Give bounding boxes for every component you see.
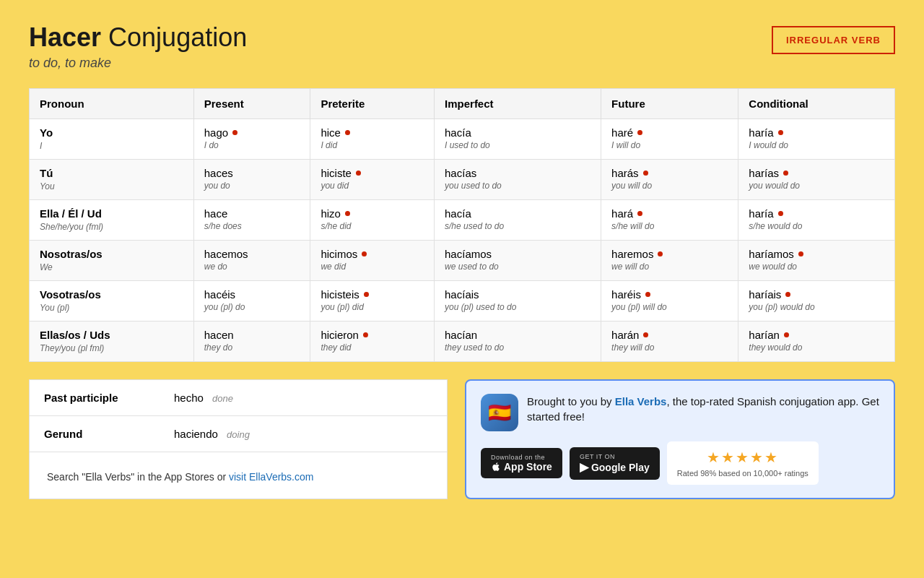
star-rating: ★★★★★ <box>707 449 779 466</box>
promo-box: 🇪🇸 Brought to you by Ella Verbs, the top… <box>465 379 895 499</box>
gerund-value-text: haciendo <box>174 428 218 440</box>
search-text-area: Search "Ella Verbs" in the App Stores or… <box>30 452 447 491</box>
rating-box: ★★★★★ Rated 98% based on 10,000+ ratings <box>667 441 819 485</box>
cell-future: harásyou will do <box>601 160 738 200</box>
irregular-dot <box>637 130 642 135</box>
cell-present: hagoI do <box>193 119 310 160</box>
irregular-dot <box>798 251 803 256</box>
cell-future: haremoswe will do <box>601 241 738 281</box>
irregular-dot <box>778 211 783 216</box>
search-text: Search "Ella Verbs" in the App Stores or… <box>44 471 432 483</box>
table-row: YoIhagoI dohiceI didhacíaI used to dohar… <box>30 119 895 160</box>
gerund-row: Gerund haciendo doing <box>30 416 447 452</box>
cell-imperfect: hacíamoswe used to do <box>435 241 601 281</box>
cell-imperfect: hacíaisyou (pl) used to do <box>435 281 601 322</box>
app-emoji-icon: 🇪🇸 <box>488 402 511 424</box>
irregular-dot <box>356 171 361 176</box>
page-header: Hacer Conjugation to do, to make IRREGUL… <box>29 22 895 71</box>
past-participle-row: Past participle hecho done <box>30 380 447 416</box>
cell-pronoun: YoI <box>30 119 194 160</box>
irregular-dot <box>643 171 648 176</box>
cell-future: haréisyou (pl) will do <box>601 281 738 322</box>
cell-imperfect: hacíanthey used to do <box>435 322 601 362</box>
table-row: Ellas/os / UdsThey/you (pl fml)hacenthey… <box>30 322 895 362</box>
store-buttons: Download on the App Store GET IT ON ▶Goo… <box>481 441 879 485</box>
col-future: Future <box>601 89 738 119</box>
irregular-dot <box>658 251 663 256</box>
irregular-dot <box>784 332 789 337</box>
cell-conditional: haríasyou would do <box>738 160 895 200</box>
play-icon: ▶ <box>580 461 588 473</box>
cell-pronoun: Ella / Él / UdShe/he/you (fml) <box>30 200 194 241</box>
table-row: Vosotras/osYou (pl)hacéisyou (pl) dohici… <box>30 281 895 322</box>
rating-text: Rated 98% based on 10,000+ ratings <box>677 469 808 478</box>
table-row: Nosotras/osWehacemoswe dohicimoswe didha… <box>30 241 895 281</box>
gerund-value: haciendo doing <box>174 428 250 440</box>
cell-preterite: hicimoswe did <box>310 241 435 281</box>
cell-conditional: haríanthey would do <box>738 322 895 362</box>
cell-conditional: haríamoswe would do <box>738 241 895 281</box>
app-store-button[interactable]: Download on the App Store <box>481 448 562 478</box>
apple-icon <box>491 462 501 472</box>
cell-imperfect: hacías/he used to do <box>435 200 601 241</box>
cell-pronoun: Vosotras/osYou (pl) <box>30 281 194 322</box>
cell-future: harás/he will do <box>601 200 738 241</box>
irregular-dot <box>363 332 368 337</box>
ella-verbs-promo-link[interactable]: Ella Verbs <box>615 395 667 407</box>
cell-conditional: harías/he would do <box>738 200 895 241</box>
table-row: TúYouhacesyou dohicisteyou didhacíasyou … <box>30 160 895 200</box>
col-pronoun: Pronoun <box>30 89 194 119</box>
google-play-small-text: GET IT ON <box>580 453 615 460</box>
past-participle-translation: done <box>212 393 233 404</box>
conjugation-table: Pronoun Present Preterite Imperfect Futu… <box>29 88 895 362</box>
past-value-text: hecho <box>174 392 204 404</box>
app-store-big-text: App Store <box>491 461 552 473</box>
irregular-dot <box>364 292 369 297</box>
cell-conditional: haríaI would do <box>738 119 895 160</box>
cell-preterite: hicisteyou did <box>310 160 435 200</box>
cell-present: hacéisyou (pl) do <box>193 281 310 322</box>
irregular-dot <box>232 130 237 135</box>
participle-table: Past participle hecho done Gerund hacien… <box>29 379 448 499</box>
irregular-dot <box>345 211 350 216</box>
cell-pronoun: Ellas/os / UdsThey/you (pl fml) <box>30 322 194 362</box>
cell-preterite: hizos/he did <box>310 200 435 241</box>
cell-present: hacesyou do <box>193 160 310 200</box>
gerund-label: Gerund <box>44 428 174 440</box>
app-store-small-text: Download on the <box>491 454 545 461</box>
irregular-dot <box>637 211 642 216</box>
google-play-button[interactable]: GET IT ON ▶Google Play <box>570 447 660 480</box>
cell-conditional: haríaisyou (pl) would do <box>738 281 895 322</box>
search-label: Search "Ella Verbs" in the App Stores or <box>47 471 229 483</box>
promo-description: Brought to you by Ella Verbs, the top-ra… <box>527 394 879 424</box>
table-row: Ella / Él / UdShe/he/you (fml)haces/he d… <box>30 200 895 241</box>
cell-preterite: hicisteisyou (pl) did <box>310 281 435 322</box>
cell-preterite: hiceI did <box>310 119 435 160</box>
ella-verbs-link[interactable]: visit EllaVerbs.com <box>229 471 313 483</box>
cell-imperfect: hacíaI used to do <box>435 119 601 160</box>
irregular-dot <box>778 130 783 135</box>
promo-header: 🇪🇸 Brought to you by Ella Verbs, the top… <box>481 394 879 431</box>
cell-future: haránthey will do <box>601 322 738 362</box>
irregular-dot <box>362 251 367 256</box>
cell-present: hacemoswe do <box>193 241 310 281</box>
cell-future: haréI will do <box>601 119 738 160</box>
bottom-section: Past participle hecho done Gerund hacien… <box>29 379 895 499</box>
google-play-big-text: ▶Google Play <box>580 460 650 474</box>
irregular-dot <box>645 292 650 297</box>
irregular-badge: IRREGULAR VERB <box>772 26 895 54</box>
past-participle-value: hecho done <box>174 392 233 404</box>
cell-present: haces/he does <box>193 200 310 241</box>
cell-pronoun: Nosotras/osWe <box>30 241 194 281</box>
promo-text-before: Brought to you by <box>527 395 615 407</box>
cell-present: hacenthey do <box>193 322 310 362</box>
col-conditional: Conditional <box>738 89 895 119</box>
irregular-dot <box>785 292 790 297</box>
page-subtitle: to do, to make <box>29 56 247 71</box>
title-block: Hacer Conjugation to do, to make <box>29 22 247 71</box>
cell-imperfect: hacíasyou used to do <box>435 160 601 200</box>
col-preterite: Preterite <box>310 89 435 119</box>
page-title: Hacer Conjugation <box>29 22 247 53</box>
irregular-dot <box>783 171 788 176</box>
cell-preterite: hicieronthey did <box>310 322 435 362</box>
